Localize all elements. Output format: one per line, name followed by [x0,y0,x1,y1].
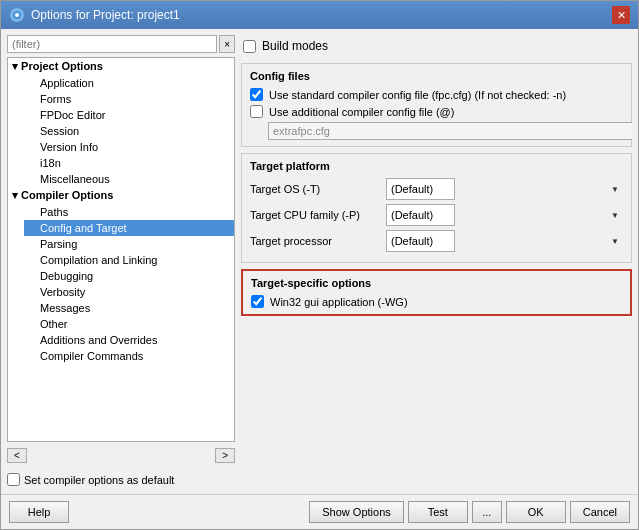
target-cpu-row: Target CPU family (-P) (Default) [250,204,623,226]
tree-item-session[interactable]: Session [24,123,234,139]
window-title: Options for Project: project1 [31,8,180,22]
tree-item-compilation[interactable]: Compilation and Linking [24,252,234,268]
tree-panel[interactable]: ▾ Project Options Application Forms FPDo… [7,57,235,442]
project-options-group[interactable]: ▾ Project Options [8,58,234,75]
config-files-section: Config files Use standard compiler confi… [241,63,632,147]
project-options-label: ▾ Project Options [12,60,103,73]
win32-gui-row: Win32 gui application (-WG) [251,295,622,308]
target-os-select-wrapper: (Default) [386,178,623,200]
tree-item-paths[interactable]: Paths [24,204,234,220]
filter-clear-button[interactable]: × [219,35,235,53]
app-icon [9,7,25,23]
filter-input[interactable] [7,35,217,53]
right-panel: Build modes Config files Use standard co… [241,35,632,488]
tree-item-additions[interactable]: Additions and Overrides [24,332,234,348]
set-default-checkbox[interactable] [7,473,20,486]
tree-item-fpdoc[interactable]: FPDoc Editor [24,107,234,123]
use-standard-row: Use standard compiler config file (fpc.c… [250,88,623,101]
cancel-button[interactable]: Cancel [570,501,630,523]
tree-item-application[interactable]: Application [24,75,234,91]
target-os-select[interactable]: (Default) [386,178,455,200]
win32-gui-label: Win32 gui application (-WG) [270,296,408,308]
scroll-left-button[interactable]: < [7,448,27,463]
tree-item-miscellaneous[interactable]: Miscellaneous [24,171,234,187]
scroll-arrows: < > [7,446,235,465]
bottom-right: Show Options Test ... OK Cancel [309,501,630,523]
target-processor-label: Target processor [250,235,380,247]
main-content: × ▾ Project Options Application Forms FP… [1,29,638,494]
use-standard-label: Use standard compiler config file (fpc.c… [269,89,566,101]
target-processor-row: Target processor (Default) [250,230,623,252]
set-default-row: Set compiler options as default [7,469,235,488]
target-cpu-select[interactable]: (Default) [386,204,455,226]
use-additional-label: Use additional compiler config file (@) [269,106,454,118]
help-button[interactable]: Help [9,501,69,523]
build-modes-label: Build modes [262,39,328,53]
use-additional-checkbox[interactable] [250,105,263,118]
tree-item-other[interactable]: Other [24,316,234,332]
use-additional-row: Use additional compiler config file (@) [250,105,623,118]
tree-item-forms[interactable]: Forms [24,91,234,107]
project-items: Application Forms FPDoc Editor Session V… [8,75,234,187]
tree-item-verbosity[interactable]: Verbosity [24,284,234,300]
target-platform-title: Target platform [250,160,623,172]
target-cpu-select-wrapper: (Default) [386,204,623,226]
extrafpc-input[interactable] [268,122,632,140]
build-modes-row: Build modes [241,35,632,57]
target-cpu-label: Target CPU family (-P) [250,209,380,221]
target-specific-section: Target-specific options Win32 gui applic… [241,269,632,316]
use-standard-checkbox[interactable] [250,88,263,101]
build-modes-checkbox[interactable] [243,40,256,53]
tree-item-config-and-target[interactable]: Config and Target [24,220,234,236]
tree-item-compiler-commands[interactable]: Compiler Commands [24,348,234,364]
scroll-right-button[interactable]: > [215,448,235,463]
tree-item-versioninfo[interactable]: Version Info [24,139,234,155]
tree-item-messages[interactable]: Messages [24,300,234,316]
svg-point-2 [15,13,19,17]
main-window: Options for Project: project1 ✕ × ▾ Proj… [0,0,639,530]
set-default-label: Set compiler options as default [24,474,174,486]
target-os-row: Target OS (-T) (Default) [250,178,623,200]
compiler-options-group[interactable]: ▾ Compiler Options [8,187,234,204]
target-os-label: Target OS (-T) [250,183,380,195]
show-options-button[interactable]: Show Options [309,501,403,523]
filter-row: × [7,35,235,53]
win32-gui-checkbox[interactable] [251,295,264,308]
ok-button[interactable]: OK [506,501,566,523]
target-processor-select[interactable]: (Default) [386,230,455,252]
target-specific-title: Target-specific options [251,277,622,289]
compiler-items: Paths Config and Target Parsing Compilat… [8,204,234,364]
bottom-left: Help [9,501,69,523]
tree-item-parsing[interactable]: Parsing [24,236,234,252]
bottom-bar: Help Show Options Test ... OK Cancel [1,494,638,529]
tree-item-i18n[interactable]: i18n [24,155,234,171]
title-bar: Options for Project: project1 ✕ [1,1,638,29]
close-button[interactable]: ✕ [612,6,630,24]
title-bar-left: Options for Project: project1 [9,7,180,23]
target-platform-section: Target platform Target OS (-T) (Default)… [241,153,632,263]
target-processor-select-wrapper: (Default) [386,230,623,252]
dots-button[interactable]: ... [472,501,502,523]
test-button[interactable]: Test [408,501,468,523]
left-panel: × ▾ Project Options Application Forms FP… [7,35,235,488]
config-files-title: Config files [250,70,623,82]
compiler-options-label: ▾ Compiler Options [12,189,113,202]
tree-item-debugging[interactable]: Debugging [24,268,234,284]
